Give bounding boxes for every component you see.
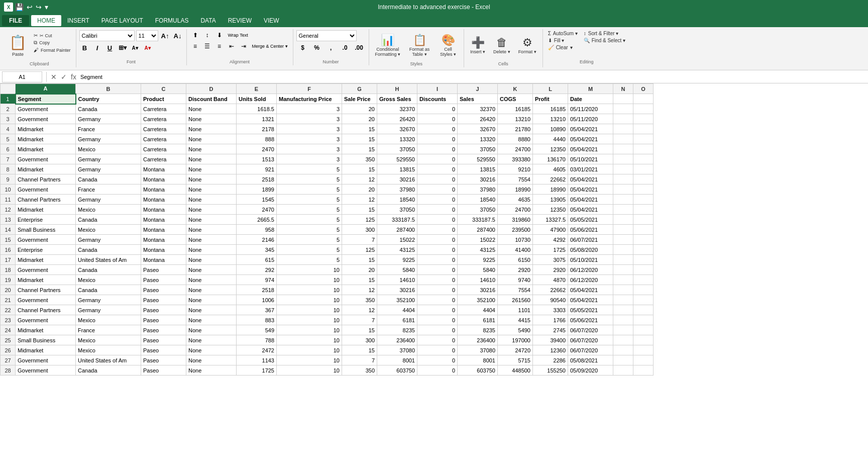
row-number-16[interactable]: 16 [1,245,16,255]
cell-o19[interactable] [633,275,654,285]
cell-e24[interactable]: 549 [237,325,277,335]
cell-j26[interactable]: 37080 [458,345,498,355]
cell-m14[interactable]: 05/06/2021 [568,225,613,235]
row-number-27[interactable]: 27 [1,355,16,365]
cell-b10[interactable]: France [76,184,141,195]
cell-d4[interactable]: None [186,124,237,134]
cell-o16[interactable] [633,245,654,255]
cell-c3[interactable]: Carretera [141,114,186,124]
cell-l12[interactable]: 12350 [533,205,568,215]
cell-o27[interactable] [633,355,654,365]
cell-o21[interactable] [633,295,654,305]
cell-k19[interactable]: 9740 [498,275,533,285]
cell-a25[interactable]: Small Business [16,335,76,345]
menu-item-page-layout[interactable]: PAGE LAYOUT [95,15,149,26]
cell-h9[interactable]: 30216 [377,174,417,184]
cell-e26[interactable]: 2472 [237,345,277,355]
cell-m2[interactable]: 05/11/2020 [568,104,613,114]
cell-o15[interactable] [633,235,654,245]
row-number-25[interactable]: 25 [1,335,16,345]
cell-g9[interactable]: 12 [342,174,377,184]
cell-m8[interactable]: 03/01/2021 [568,164,613,174]
cell-b8[interactable]: Germany [76,164,141,174]
cell-g19[interactable]: 15 [342,275,377,285]
cell-c21[interactable]: Paseo [141,295,186,305]
cell-n8[interactable] [613,164,633,174]
font-size-select[interactable]: 11 [136,30,158,41]
cell-n11[interactable] [613,195,633,205]
cell-f4[interactable]: 3 [277,124,342,134]
cell-e27[interactable]: 1143 [237,355,277,365]
cell-i21[interactable]: 0 [417,295,458,305]
cell-b24[interactable]: France [76,325,141,335]
cell-e14[interactable]: 958 [237,225,277,235]
cell-f22[interactable]: 10 [277,305,342,315]
cell-k12[interactable]: 24700 [498,205,533,215]
cell-o11[interactable] [633,195,654,205]
row-number-6[interactable]: 6 [1,144,16,154]
cell-f8[interactable]: 5 [277,164,342,174]
cell-d17[interactable]: None [186,255,237,265]
cell-e5[interactable]: 888 [237,134,277,144]
cell-l15[interactable]: 4292 [533,235,568,245]
col-header-j[interactable]: J [458,84,498,94]
cell-c24[interactable]: Paseo [141,325,186,335]
cell-i15[interactable]: 0 [417,235,458,245]
cell-l19[interactable]: 4870 [533,275,568,285]
row-number-14[interactable]: 14 [1,225,16,235]
cell-f9[interactable]: 5 [277,174,342,184]
align-bottom-button[interactable]: ⬇ [214,30,225,40]
cell-h28[interactable]: 603750 [377,365,417,376]
cell-i4[interactable]: 0 [417,124,458,134]
cell-i13[interactable]: 0 [417,215,458,225]
cell-m18[interactable]: 06/12/2020 [568,265,613,275]
cell-j25[interactable]: 236400 [458,335,498,345]
cell-reference-box[interactable] [2,71,42,82]
currency-button[interactable]: $ [296,42,309,53]
cell-a8[interactable]: Midmarket [16,164,76,174]
cell-b7[interactable]: Germany [76,154,141,164]
cell-i18[interactable]: 0 [417,265,458,275]
align-center-button[interactable]: ☰ [202,41,213,51]
cell-g17[interactable]: 15 [342,255,377,265]
cell-e6[interactable]: 2470 [237,144,277,154]
cell-i3[interactable]: 0 [417,114,458,124]
cell-l3[interactable]: 13210 [533,114,568,124]
col-header-e[interactable]: E [237,84,277,94]
cell-c13[interactable]: Montana [141,215,186,225]
cell-j20[interactable]: 30216 [458,285,498,295]
row-number-15[interactable]: 15 [1,235,16,245]
cell-m15[interactable]: 06/07/2021 [568,235,613,245]
cell-k3[interactable]: 13210 [498,114,533,124]
row-number-18[interactable]: 18 [1,265,16,275]
cell-j3[interactable]: 26420 [458,114,498,124]
cell-o13[interactable] [633,215,654,225]
cell-i10[interactable]: 0 [417,184,458,195]
cell-l6[interactable]: 12350 [533,144,568,154]
cell-o25[interactable] [633,335,654,345]
cell-d20[interactable]: None [186,285,237,295]
cell-i26[interactable]: 0 [417,345,458,355]
cell-g24[interactable]: 15 [342,325,377,335]
cell-e8[interactable]: 921 [237,164,277,174]
cell-f7[interactable]: 3 [277,154,342,164]
cell-a17[interactable]: Midmarket [16,255,76,265]
cell-o18[interactable] [633,265,654,275]
cell-g25[interactable]: 300 [342,335,377,345]
menu-item-insert[interactable]: INSERT [61,15,95,26]
cell-f15[interactable]: 5 [277,235,342,245]
cell-g18[interactable]: 20 [342,265,377,275]
row-number-3[interactable]: 3 [1,114,16,124]
cell-j6[interactable]: 37050 [458,144,498,154]
cell-h11[interactable]: 18540 [377,195,417,205]
cell-c4[interactable]: Carretera [141,124,186,134]
cell-g1[interactable]: Sale Price [342,94,377,104]
cell-k16[interactable]: 41400 [498,245,533,255]
cell-e13[interactable]: 2665.5 [237,215,277,225]
cell-m4[interactable]: 05/04/2021 [568,124,613,134]
cell-b3[interactable]: Germany [76,114,141,124]
row-number-20[interactable]: 20 [1,285,16,295]
cell-e22[interactable]: 367 [237,305,277,315]
cell-b20[interactable]: Canada [76,285,141,295]
cell-j22[interactable]: 4404 [458,305,498,315]
